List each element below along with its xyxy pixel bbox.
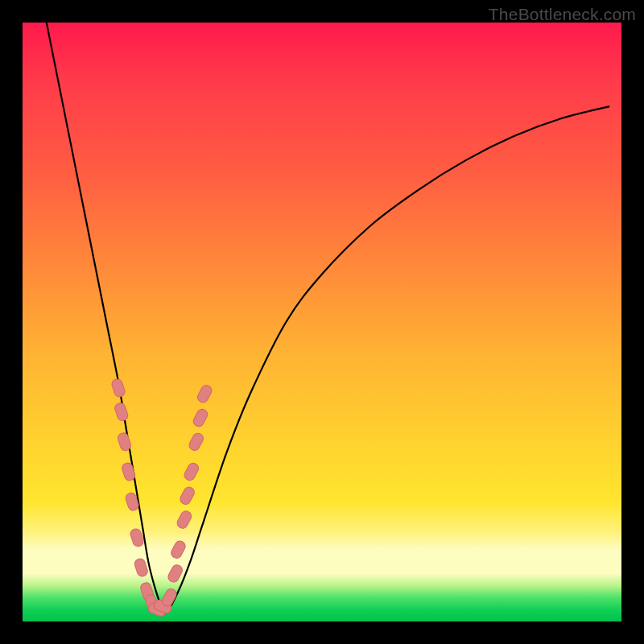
curve-marker <box>134 558 149 578</box>
curve-marker <box>170 539 188 560</box>
curve-svg <box>23 23 621 621</box>
curve-markers <box>110 378 213 617</box>
curve-marker <box>175 510 193 530</box>
plot-area <box>23 23 621 621</box>
curve-marker <box>167 564 184 584</box>
watermark-text: TheBottleneck.com <box>489 5 636 24</box>
curve-path <box>47 23 609 613</box>
curve-marker <box>196 384 213 405</box>
chart-frame: TheBottleneck.com <box>0 0 644 644</box>
curve-marker <box>110 378 126 398</box>
bottleneck-curve <box>47 23 609 613</box>
curve-marker <box>114 402 129 422</box>
curve-marker <box>192 407 209 428</box>
curve-marker <box>188 431 205 452</box>
curve-marker <box>121 462 136 482</box>
curve-marker <box>179 485 196 506</box>
curve-marker <box>183 461 200 482</box>
curve-marker <box>117 431 132 452</box>
